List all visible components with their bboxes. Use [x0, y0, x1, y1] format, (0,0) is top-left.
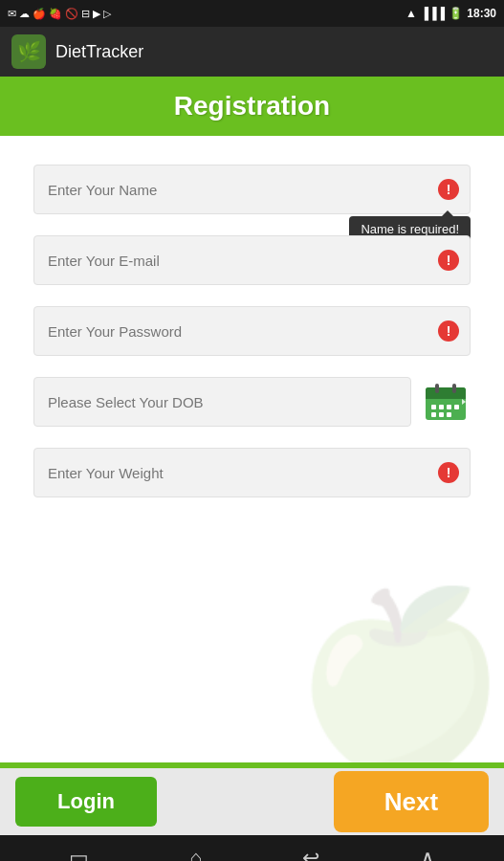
status-icons-left: ✉ ☁ 🍎 🍓 🚫 ⊟ ▶ ▷	[8, 8, 111, 20]
battery-icon: 🔋	[449, 7, 463, 20]
name-field-group: ! Name is required!	[33, 165, 471, 214]
calendar-icon	[424, 380, 468, 424]
calendar-button[interactable]	[421, 377, 471, 427]
name-error-icon: !	[438, 179, 459, 200]
fruit-icon: 🍎	[33, 8, 46, 20]
svg-rect-11	[447, 412, 451, 417]
wifi-icon: ▲	[405, 7, 417, 20]
play2-icon: ▷	[103, 8, 111, 20]
status-bar: ✉ ☁ 🍎 🍓 🚫 ⊟ ▶ ▷ ▲ ▐▐▐ 🔋 18:30	[0, 0, 504, 27]
password-error-icon: !	[438, 320, 459, 342]
weight-error-icon: !	[438, 462, 459, 483]
svg-rect-10	[439, 412, 444, 417]
svg-rect-8	[454, 405, 459, 409]
weight-input[interactable]	[33, 448, 471, 497]
svg-rect-9	[431, 412, 436, 417]
app-name: DietTracker	[55, 42, 143, 62]
title-bar: 🌿 DietTracker	[0, 27, 504, 77]
status-icon-4: 🍓	[49, 8, 62, 20]
password-field-group: !	[33, 306, 471, 356]
email-error-icon: !	[438, 250, 459, 271]
svg-rect-7	[447, 405, 451, 409]
nav-home-icon[interactable]: ⌂	[189, 846, 202, 861]
dob-input[interactable]	[33, 377, 411, 427]
name-input[interactable]	[33, 165, 471, 214]
play-icon: ▶	[93, 8, 100, 20]
status-icon-6: ⊟	[81, 8, 90, 20]
svg-rect-5	[431, 405, 436, 409]
cloud-icon: ☁	[19, 8, 30, 20]
svg-rect-2	[426, 395, 466, 399]
email-input[interactable]	[33, 235, 471, 285]
app-icon-emoji: 🌿	[17, 40, 41, 63]
time-display: 18:30	[467, 7, 496, 20]
password-input[interactable]	[33, 306, 471, 356]
nav-recents-icon[interactable]: ▭	[69, 846, 89, 861]
status-icon-5: 🚫	[65, 8, 78, 20]
weight-field-group: !	[33, 448, 471, 497]
svg-rect-3	[435, 384, 439, 393]
status-icons-right: ▲ ▐▐▐ 🔋 18:30	[405, 7, 496, 20]
nav-menu-icon[interactable]: ∧	[420, 846, 435, 861]
next-button[interactable]: Next	[334, 771, 489, 832]
watermark: 🍏	[294, 590, 485, 762]
mail-icon: ✉	[8, 8, 16, 20]
nav-back-icon[interactable]: ↩	[302, 846, 319, 861]
app-icon: 🌿	[11, 34, 46, 69]
button-bar: Login Next	[0, 768, 504, 835]
main-content: 🍏 ! Name is required! ! !	[0, 136, 504, 762]
signal-icon: ▐▐▐	[421, 7, 446, 20]
page-title: Registration	[174, 91, 330, 121]
dob-field-group	[33, 377, 471, 427]
header-banner: Registration	[0, 77, 504, 136]
svg-rect-4	[452, 384, 456, 393]
bottom-nav-bar: ▭ ⌂ ↩ ∧	[0, 835, 504, 861]
svg-rect-6	[439, 405, 444, 409]
login-button[interactable]: Login	[15, 777, 157, 827]
email-field-group: !	[33, 235, 471, 285]
